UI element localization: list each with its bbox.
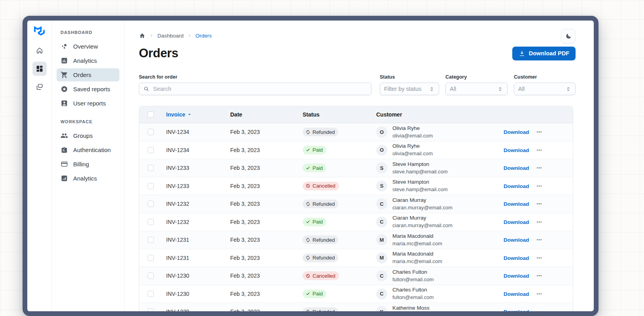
row-checkbox[interactable]	[148, 165, 154, 171]
filter-select-category[interactable]: All	[445, 83, 508, 95]
more-menu-button[interactable]	[534, 147, 544, 154]
column-header-invoice[interactable]: Invoice	[162, 111, 225, 118]
search-input[interactable]	[152, 85, 367, 92]
sort-arrow-icon	[186, 111, 193, 118]
row-checkbox[interactable]	[148, 255, 154, 261]
row-checkbox[interactable]	[148, 308, 154, 315]
customer-cell: KKatherine Mossk.moss@email.com	[370, 305, 496, 316]
customer-name: Olivia Ryhe	[392, 143, 433, 150]
date-cell: Feb 3, 2023	[225, 183, 297, 189]
row-checkbox[interactable]	[148, 219, 154, 225]
row-checkbox[interactable]	[148, 183, 154, 189]
home-icon[interactable]	[139, 32, 146, 39]
more-menu-button[interactable]	[534, 272, 544, 279]
invoice-cell: INV-1229	[162, 308, 225, 315]
customer-email: ciaran.murray@email.com	[392, 204, 453, 211]
download-link[interactable]: Download	[504, 237, 529, 243]
row-checkbox[interactable]	[148, 201, 154, 207]
app-root: DASHBOARDOverviewAnalyticsOrdersSaved re…	[27, 21, 594, 311]
window-scrollbar-thumb[interactable]	[596, 22, 597, 32]
column-header-status: Status	[297, 111, 370, 118]
download-pdf-button[interactable]: Download PDF	[512, 47, 576, 60]
download-link[interactable]: Download	[504, 129, 529, 135]
more-menu-button[interactable]	[534, 128, 544, 135]
status-label: Paid	[313, 219, 323, 224]
rail-button-dashboard[interactable]	[32, 62, 47, 76]
download-link[interactable]: Download	[504, 147, 529, 153]
customer-name: Olivia Ryhe	[392, 125, 433, 132]
sidebar-item-user-reports[interactable]: User reports	[57, 97, 119, 110]
more-menu-button[interactable]	[534, 254, 544, 261]
unfold-more-icon	[429, 86, 435, 92]
avatar: K	[376, 306, 387, 316]
more-menu-button[interactable]	[534, 308, 544, 315]
table-row: INV-1231Feb 3, 2023RefundedMMaria Macdon…	[139, 231, 573, 249]
table-row: INV-1231Feb 3, 2023RefundedMMaria Macdon…	[139, 249, 573, 267]
sidebar-section-title: DASHBOARD	[57, 30, 119, 35]
table-row: INV-1232Feb 3, 2023RefundedCCiaran Murra…	[139, 195, 573, 213]
sidebar-item-authentication[interactable]: Authentication	[57, 143, 119, 156]
sidebar-item-overview[interactable]: Overview	[57, 40, 119, 53]
more-menu-button[interactable]	[534, 236, 544, 243]
invoice-cell: INV-1233	[162, 183, 225, 189]
row-checkbox[interactable]	[148, 129, 154, 135]
bar-chart-box-icon	[61, 57, 68, 64]
check-icon	[305, 291, 311, 296]
status-chip: Paid	[303, 146, 326, 154]
row-checkbox[interactable]	[148, 237, 154, 243]
customer-cell: CCiaran Murrayciaran.murray@email.com	[370, 197, 496, 211]
avatar: M	[376, 252, 387, 263]
mui-logo-icon[interactable]	[34, 26, 45, 36]
row-checkbox[interactable]	[148, 291, 154, 297]
block-icon	[305, 273, 311, 278]
sidebar-section-title: WORKSPACE	[57, 119, 119, 124]
filter-select-status[interactable]: Filter by status	[380, 83, 439, 95]
customer-email: maria.mc@email.com	[392, 258, 442, 265]
more-menu-button[interactable]	[534, 290, 544, 297]
more-menu-button[interactable]	[534, 182, 544, 190]
breadcrumb-item-dashboard[interactable]: Dashboard	[157, 33, 184, 39]
row-checkbox[interactable]	[148, 273, 154, 279]
search-input-box	[139, 83, 371, 95]
download-link[interactable]: Download	[504, 291, 529, 297]
date-cell: Feb 3, 2023	[225, 237, 297, 243]
sidebar-item-groups[interactable]: Groups	[57, 129, 119, 142]
select-all-checkbox[interactable]	[148, 111, 154, 118]
rail-button-windows[interactable]	[32, 80, 47, 94]
autorenew-icon	[305, 255, 311, 260]
block-icon	[305, 183, 311, 188]
download-link[interactable]: Download	[504, 201, 529, 207]
theme-toggle-button[interactable]	[561, 29, 576, 43]
more-menu-button[interactable]	[534, 164, 544, 171]
download-link[interactable]: Download	[504, 165, 529, 171]
sidebar-item-orders[interactable]: Orders	[57, 68, 119, 81]
sidebar-item-billing[interactable]: Billing	[57, 158, 119, 171]
avatar: C	[376, 198, 387, 209]
status-chip: Refunded	[303, 199, 338, 208]
customer-name: Steve Hampton	[392, 179, 448, 186]
status-chip: Paid	[303, 218, 326, 226]
customer-email: ciaran.murray@email.com	[392, 222, 453, 229]
sidebar-item-analytics[interactable]: Analytics	[57, 54, 119, 67]
invoice-cell: INV-1234	[162, 129, 225, 135]
filter-select-customer[interactable]: All	[514, 83, 576, 95]
customer-cell: CCharles Fultonfulton@email.com	[370, 269, 496, 283]
download-link[interactable]: Download	[504, 309, 529, 315]
download-link[interactable]: Download	[504, 219, 529, 225]
row-checkbox[interactable]	[148, 147, 154, 153]
table-row: INV-1232Feb 3, 2023PaidCCiaran Murraycia…	[139, 213, 573, 231]
invoice-cell: INV-1234	[162, 147, 225, 153]
sidebar-item-analytics[interactable]: Analytics	[57, 172, 119, 185]
filter-label: Customer	[514, 74, 576, 80]
status-label: Cancelled	[313, 273, 335, 278]
download-link[interactable]: Download	[504, 255, 529, 261]
sidebar-item-saved-reports[interactable]: Saved reports	[57, 83, 119, 96]
select-value: All	[518, 86, 525, 92]
more-menu-button[interactable]	[534, 218, 544, 226]
rail-button-home[interactable]	[32, 43, 47, 58]
autorenew-icon	[305, 309, 311, 314]
check-icon	[305, 147, 311, 152]
more-menu-button[interactable]	[534, 200, 544, 207]
download-link[interactable]: Download	[504, 273, 529, 279]
download-link[interactable]: Download	[504, 183, 529, 189]
